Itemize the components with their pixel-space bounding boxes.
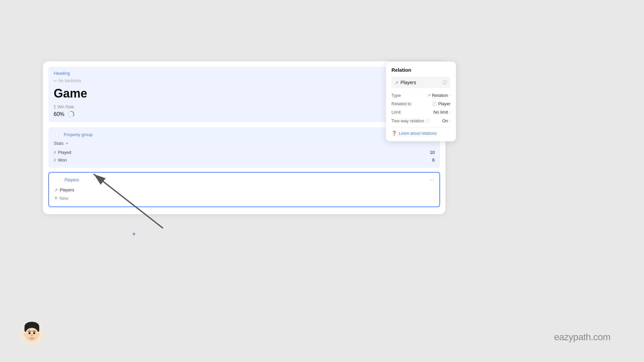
type-label: Type xyxy=(391,93,401,98)
divider xyxy=(391,127,450,127)
info-icon[interactable]: ⓘ xyxy=(442,79,447,85)
svg-point-10 xyxy=(24,333,26,337)
players-section-header: ⋮⋮ Players ··· xyxy=(54,177,434,183)
property-row-played: # Played 10 xyxy=(54,148,435,156)
related-to-row: Related to 📄 Player xyxy=(391,101,450,106)
two-way-value[interactable]: On › xyxy=(442,118,450,123)
property-group-title: ⋮⋮ Property group xyxy=(54,132,93,137)
players-section: ⋮⋮ Players ··· ↗ Players + New xyxy=(48,172,440,207)
no-backlinks: ↩ No backlinks xyxy=(54,78,435,83)
section-header: ⋮⋮ Property group ··· xyxy=(54,131,435,137)
learn-about-relations[interactable]: ❓ Learn about relations xyxy=(391,131,450,136)
drag-handle-icon: ⋮⋮ xyxy=(54,133,60,136)
related-to-value[interactable]: 📄 Player xyxy=(432,101,450,106)
relation-name-left: ↗ Players xyxy=(395,80,416,85)
heading-section: Heading ↩ No backlinks Game Σ Win Rate 6… xyxy=(48,67,440,122)
avatar-container xyxy=(18,320,45,349)
blue-plus-annotation: + xyxy=(132,231,136,238)
progress-circle xyxy=(67,111,74,118)
type-chevron-icon: › xyxy=(449,94,450,97)
two-way-chevron-icon: › xyxy=(449,119,450,123)
two-way-label: Two-way relation ⓘ xyxy=(391,118,430,124)
new-row[interactable]: + New xyxy=(54,194,434,202)
chevron-down-icon: ▾ xyxy=(66,141,68,145)
avatar xyxy=(18,320,45,347)
property-group-section: ⋮⋮ Property group ··· Stats ▾ # Played 1… xyxy=(48,127,440,168)
player-doc-icon: 📄 xyxy=(432,102,437,106)
limit-label: Limit xyxy=(391,110,400,115)
two-way-row: Two-way relation ⓘ On › xyxy=(391,118,450,124)
brand-text: eazypath.com xyxy=(554,332,610,343)
svg-point-9 xyxy=(33,332,35,334)
sigma-icon: Σ xyxy=(54,105,56,109)
main-container: Heading ↩ No backlinks Game Σ Win Rate 6… xyxy=(43,61,445,214)
limit-row: Limit No limit › xyxy=(391,110,450,115)
limit-value[interactable]: No limit › xyxy=(433,110,450,115)
question-icon: ❓ xyxy=(391,131,397,136)
heading-label: Heading xyxy=(54,71,435,76)
players-menu[interactable]: ··· xyxy=(430,177,434,183)
svg-point-8 xyxy=(29,332,31,334)
related-to-label: Related to xyxy=(391,101,411,106)
plus-icon: + xyxy=(54,195,57,201)
type-value[interactable]: ↗ Relation › xyxy=(428,93,450,98)
players-relation-row[interactable]: ↗ Players xyxy=(54,186,434,194)
limit-chevron-icon: › xyxy=(449,110,450,114)
two-way-info-icon: ⓘ xyxy=(426,118,430,124)
relation-props: Type ↗ Relation › Related to 📄 Player Li… xyxy=(391,93,450,124)
relation-arrow-icon: ↗ xyxy=(54,188,58,192)
property-row-won: # Won 6 xyxy=(54,156,435,164)
relation-panel-title: Relation xyxy=(391,67,450,73)
svg-point-11 xyxy=(37,333,40,337)
relation-arrow-small-icon: ↗ xyxy=(395,80,398,85)
relation-name-text: Players xyxy=(400,80,416,85)
backlink-icon: ↩ xyxy=(54,78,57,83)
type-row: Type ↗ Relation › xyxy=(391,93,450,98)
type-relation-icon: ↗ xyxy=(428,93,431,98)
drag-handle-players-icon: ⋮⋮ xyxy=(54,178,61,182)
relation-name-row: ↗ Players ⓘ xyxy=(391,77,450,88)
players-section-title: ⋮⋮ Players xyxy=(54,177,79,182)
win-rate-value: 60% xyxy=(54,111,435,118)
page-title: Game xyxy=(54,86,435,101)
hash-icon-won: # xyxy=(54,158,56,163)
stats-group-label: Stats ▾ xyxy=(54,141,435,146)
relation-panel: Relation ↗ Players ⓘ Type ↗ Relation › R… xyxy=(386,61,456,141)
hash-icon-played: # xyxy=(54,150,56,155)
win-rate-label: Σ Win Rate xyxy=(54,105,435,109)
left-panel: Heading ↩ No backlinks Game Σ Win Rate 6… xyxy=(43,61,445,214)
